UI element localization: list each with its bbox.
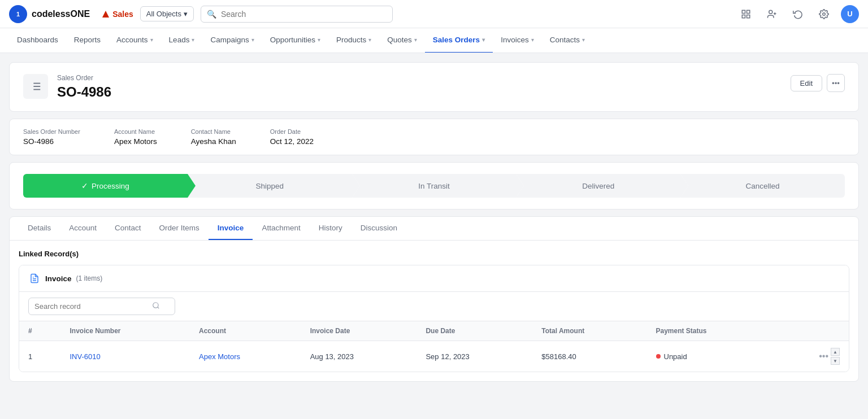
row-actions: ••• ▲ ▼ [785, 348, 840, 365]
scroll-down-button[interactable]: ▼ [831, 357, 840, 365]
pipeline-step-cancelled[interactable]: Cancelled [680, 174, 845, 198]
avatar[interactable]: U [841, 5, 859, 23]
svg-point-19 [153, 303, 158, 308]
record-id: SO-4986 [57, 84, 111, 100]
search-record-icon [152, 302, 160, 311]
field-value-contact: Ayesha Khan [191, 137, 236, 146]
all-objects-button[interactable]: All Objects ▾ [140, 6, 194, 21]
person-add-icon[interactable] [763, 5, 781, 23]
more-options-button[interactable]: ••• [827, 74, 845, 92]
chevron-down-icon: ▾ [150, 37, 153, 43]
subnav-item-quotes[interactable]: Quotes ▾ [379, 28, 425, 53]
cell-row-num: 1 [19, 341, 60, 372]
row-more-button[interactable]: ••• [819, 351, 828, 361]
tab-discussion[interactable]: Discussion [351, 217, 406, 240]
pipeline-step-in-transit[interactable]: In Transit [352, 174, 517, 198]
field-label-contact: Contact Name [191, 128, 236, 135]
pipeline-step-processing[interactable]: ✓ Processing [23, 174, 188, 198]
svg-rect-4 [747, 10, 750, 13]
svg-text:1: 1 [16, 11, 20, 18]
invoice-number-link[interactable]: INV-6010 [70, 352, 100, 361]
main-content: Sales Order SO-4986 Edit ••• Sales Order… [0, 53, 868, 398]
unpaid-status-dot [656, 354, 661, 359]
cell-payment-status: Unpaid [647, 341, 776, 372]
subnav-item-reports[interactable]: Reports [66, 28, 108, 53]
tab-details[interactable]: Details [19, 217, 60, 240]
subnav-item-campaigns[interactable]: Campaigns ▾ [202, 28, 262, 53]
field-label-order-date: Order Date [270, 128, 314, 135]
tab-order-items[interactable]: Order Items [150, 217, 209, 240]
field-label-so-number: Sales Order Number [23, 128, 80, 135]
pipeline: ✓ Processing Shipped In Transit Delivere… [23, 174, 845, 198]
subnav-item-sales-orders[interactable]: Sales Orders ▾ [425, 28, 493, 53]
cell-invoice-number: INV-6010 [60, 341, 190, 372]
gear-icon[interactable] [815, 5, 833, 23]
scroll-buttons: ▲ ▼ [831, 348, 840, 365]
col-header-account: Account [190, 321, 301, 341]
chevron-down-icon: ▾ [414, 37, 417, 43]
invoice-table: # Invoice Number Account Invoice Date Du… [19, 321, 849, 372]
cell-invoice-date: Aug 13, 2023 [301, 341, 417, 372]
tab-contact[interactable]: Contact [106, 217, 150, 240]
svg-point-10 [823, 12, 826, 15]
record-type-label: Sales Order [57, 74, 111, 82]
edit-button[interactable]: Edit [791, 75, 822, 91]
search-icon: 🔍 [207, 10, 216, 19]
chevron-down-icon: ▾ [184, 10, 188, 18]
svg-marker-2 [102, 11, 109, 18]
app-name: codelessONE [32, 9, 90, 19]
table-header-row: # Invoice Number Account Invoice Date Du… [19, 321, 849, 341]
tabs-card: Details Account Contact Order Items Invo… [9, 216, 859, 382]
field-label-account: Account Name [114, 128, 157, 135]
record-header-card: Sales Order SO-4986 Edit ••• [9, 62, 859, 112]
logo-icon: 1 [9, 5, 27, 23]
logo-area: 1 codelessONE [9, 5, 90, 23]
search-record-input[interactable] [34, 302, 147, 311]
ellipsis-icon: ••• [832, 79, 840, 88]
tab-history[interactable]: History [310, 217, 351, 240]
record-type-icon [23, 74, 48, 99]
layers-icon[interactable] [737, 5, 755, 23]
check-icon: ✓ [81, 181, 88, 190]
search-input[interactable] [221, 10, 387, 19]
subnav-item-invoices[interactable]: Invoices ▾ [493, 28, 542, 53]
subnav-item-opportunities[interactable]: Opportunities ▾ [262, 28, 328, 53]
svg-rect-6 [747, 15, 750, 18]
col-header-actions [776, 321, 849, 341]
tab-attachment[interactable]: Attachment [253, 217, 309, 240]
topbar-icons: U [737, 5, 859, 23]
invoice-section-title: Invoice [45, 274, 72, 283]
subnav: Dashboards Reports Accounts ▾ Leads ▾ Ca… [0, 28, 868, 53]
svg-point-7 [769, 10, 772, 14]
cell-due-date: Sep 12, 2023 [416, 341, 532, 372]
record-header-left: Sales Order SO-4986 [23, 74, 111, 100]
pipeline-step-delivered[interactable]: Delivered [516, 174, 680, 198]
payment-status-text: Unpaid [664, 352, 687, 361]
search-box: 🔍 [201, 6, 393, 23]
cell-account: Apex Motors [190, 341, 301, 372]
chevron-down-icon: ▾ [251, 37, 254, 43]
pipeline-step-shipped[interactable]: Shipped [188, 174, 352, 198]
subnav-item-contacts[interactable]: Contacts ▾ [542, 28, 593, 53]
account-link[interactable]: Apex Motors [199, 352, 240, 361]
cell-row-actions: ••• ▲ ▼ [776, 341, 849, 372]
subnav-item-leads[interactable]: Leads ▾ [161, 28, 203, 53]
scroll-up-button[interactable]: ▲ [831, 348, 840, 356]
field-sales-order-number: Sales Order Number SO-4986 [23, 128, 80, 146]
module-name: Sales [112, 10, 133, 19]
chevron-down-icon: ▾ [318, 37, 320, 43]
subnav-item-dashboards[interactable]: Dashboards [9, 28, 66, 53]
tab-account[interactable]: Account [60, 217, 106, 240]
history-icon[interactable] [789, 5, 807, 23]
subnav-item-accounts[interactable]: Accounts ▾ [108, 28, 161, 53]
col-header-num: # [19, 321, 60, 341]
search-record-row [19, 292, 849, 321]
field-value-order-date: Oct 12, 2022 [270, 137, 314, 146]
tab-invoice[interactable]: Invoice [209, 217, 253, 240]
subnav-item-products[interactable]: Products ▾ [328, 28, 379, 53]
linked-records-label: Linked Record(s) [19, 250, 849, 258]
record-title-area: Sales Order SO-4986 [57, 74, 111, 100]
invoice-count: (1 items) [76, 274, 103, 282]
chevron-down-icon: ▾ [482, 37, 485, 43]
chevron-down-icon: ▾ [192, 37, 194, 43]
